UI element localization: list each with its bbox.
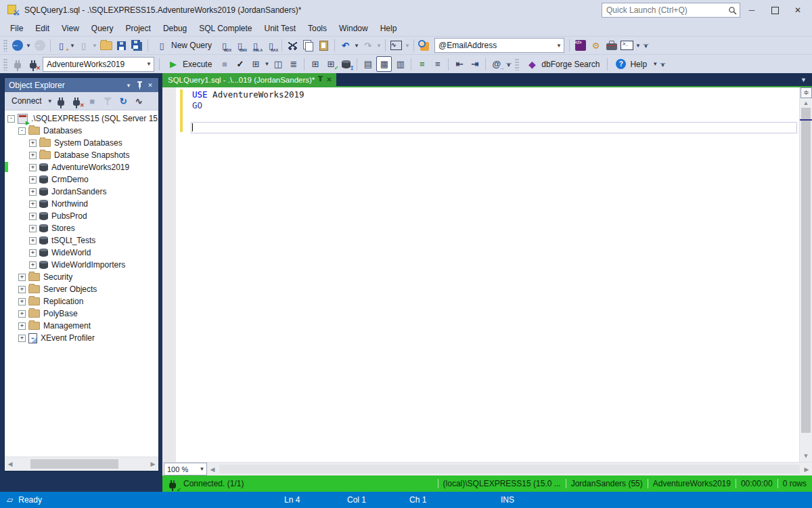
- dbforge-search-button[interactable]: ◆dbForge Search: [522, 57, 604, 71]
- menu-window[interactable]: Window: [333, 22, 374, 35]
- tree-item-replication[interactable]: +Replication: [5, 295, 158, 308]
- scrollbar-thumb[interactable]: [30, 459, 118, 469]
- new-file-icon[interactable]: ▯+: [54, 39, 68, 53]
- tree-item-stores[interactable]: +Stores: [5, 222, 158, 234]
- tree-item-northwind[interactable]: +Northwind: [5, 198, 158, 210]
- live-statistics-icon[interactable]: ⊞✓: [323, 57, 338, 71]
- command-window-dropdown[interactable]: ▼: [635, 39, 641, 53]
- new-query-button[interactable]: ▯New Query: [152, 39, 216, 53]
- scroll-up-icon[interactable]: ▲: [800, 100, 812, 106]
- expand-icon[interactable]: +: [18, 310, 26, 318]
- navigate-backward-dropdown[interactable]: ▼: [25, 39, 32, 53]
- zoom-dropdown-icon[interactable]: ▼: [198, 466, 206, 472]
- redo-icon[interactable]: ↷: [361, 39, 375, 53]
- save-all-icon[interactable]: [130, 39, 144, 53]
- connect-button[interactable]: Connect: [7, 94, 46, 108]
- expand-icon[interactable]: +: [18, 322, 26, 330]
- toolbar2-overflow-icon[interactable]: —▼: [504, 57, 513, 71]
- navigate-forward-icon[interactable]: →: [32, 39, 47, 53]
- menu-sql-complete[interactable]: SQL Complete: [193, 22, 258, 35]
- expand-icon[interactable]: +: [29, 249, 37, 257]
- tree-item-wideworldimporters[interactable]: +WideWorldImporters: [5, 259, 158, 271]
- change-connection-icon[interactable]: ✕: [26, 57, 40, 71]
- search-icon[interactable]: [418, 39, 432, 53]
- scroll-right-icon[interactable]: ▶: [148, 461, 158, 467]
- intellisense-enabled-icon[interactable]: ◫: [271, 57, 285, 71]
- expand-icon[interactable]: +: [18, 298, 26, 305]
- activity-monitor-icon[interactable]: ∿: [389, 39, 403, 53]
- query-options-icon[interactable]: ⊞: [248, 57, 263, 71]
- window-position-icon[interactable]: ▾: [123, 80, 134, 91]
- paste-icon[interactable]: [317, 39, 331, 53]
- activity-dropdown[interactable]: ▼: [404, 39, 411, 53]
- tree-item-adventureworks2019[interactable]: +AdventureWorks2019: [5, 161, 158, 173]
- new-mdx-query-icon[interactable]: ▯MDX: [217, 39, 231, 53]
- expand-icon[interactable]: +: [29, 261, 37, 269]
- results-to-file-icon[interactable]: ▥: [393, 57, 407, 71]
- undo-dropdown[interactable]: ▼: [353, 39, 360, 53]
- scroll-down-icon[interactable]: ▼: [800, 452, 812, 459]
- vscrollbar-thumb[interactable]: [801, 108, 811, 433]
- quick-launch-box[interactable]: [602, 3, 740, 18]
- tab-close-icon[interactable]: ✕: [326, 76, 332, 83]
- tree-item-system-databases[interactable]: +System Databases: [5, 137, 158, 149]
- new-xmla-query-icon[interactable]: ▯XMLA: [248, 39, 263, 53]
- connect-icon[interactable]: [10, 57, 24, 71]
- menu-debug[interactable]: Debug: [157, 22, 193, 35]
- toolbar-grip[interactable]: [3, 58, 7, 70]
- tree-item-server-objects[interactable]: +Server Objects: [5, 283, 158, 295]
- expand-icon[interactable]: +: [29, 200, 37, 208]
- database-combo[interactable]: AdventureWorks2019▼: [43, 57, 154, 72]
- menu-view[interactable]: View: [55, 22, 85, 35]
- expand-icon[interactable]: +: [29, 225, 37, 232]
- redo-dropdown[interactable]: ▼: [376, 39, 382, 53]
- hscroll-left-icon[interactable]: ◀: [207, 466, 218, 473]
- undo-icon[interactable]: ↶: [338, 39, 353, 53]
- collapse-icon[interactable]: -: [7, 115, 15, 123]
- expand-icon[interactable]: +: [29, 140, 37, 147]
- command-window-icon[interactable]: >_: [620, 39, 634, 53]
- increase-indent-icon[interactable]: ⇥: [468, 57, 482, 71]
- parameter-combo-dropdown-icon[interactable]: ▼: [554, 43, 564, 49]
- tree-item-databases[interactable]: -Databases: [5, 125, 158, 137]
- execute-button[interactable]: ▶Execute: [163, 57, 216, 71]
- expand-icon[interactable]: +: [29, 188, 37, 196]
- connect-dropdown[interactable]: ▼: [47, 94, 53, 108]
- collapse-icon[interactable]: -: [18, 127, 26, 135]
- toolbar-grip[interactable]: [3, 39, 7, 51]
- tree-item-database-snapshots[interactable]: +Database Snapshots: [5, 149, 158, 161]
- document-tab[interactable]: SQLQuery1.sql - .\...019 (JordanSanders)…: [162, 73, 336, 86]
- wrench-icon[interactable]: ⚙: [589, 39, 603, 53]
- oe-refresh-icon[interactable]: ↻: [116, 94, 131, 108]
- editor-vscrollbar[interactable]: ▲ ▼: [799, 87, 812, 462]
- decrease-indent-icon[interactable]: ⇤: [452, 57, 466, 71]
- zoom-combo[interactable]: 100 % ▼: [164, 463, 207, 475]
- uncomment-selection-icon[interactable]: ≡: [430, 57, 445, 71]
- save-icon[interactable]: [114, 39, 129, 53]
- menu-unit-test[interactable]: Unit Test: [258, 22, 302, 35]
- expand-icon[interactable]: +: [29, 152, 37, 159]
- code-editor[interactable]: USE AdventureWorks2019GO ▲ ▼ ≑: [162, 87, 812, 462]
- expand-icon[interactable]: +: [18, 286, 26, 293]
- tree-item-sqlexpress15-sql-server-15-0-2000[interactable]: -.\SQLEXPRESS15 (SQL Server 15.0.2000 -: [5, 112, 158, 125]
- copy-icon[interactable]: [301, 39, 315, 53]
- cancel-query-icon[interactable]: ■: [217, 57, 231, 71]
- oe-filter-icon[interactable]: [101, 94, 115, 108]
- results-to-text-icon[interactable]: ▤: [361, 57, 375, 71]
- maximize-button[interactable]: [763, 2, 786, 18]
- object-explorer-hscrollbar[interactable]: ◀ ▶: [5, 457, 158, 471]
- tree-item-tsqlt-tests[interactable]: +tSQLt_Tests: [5, 234, 158, 247]
- tree-item-xevent-profiler[interactable]: +⌁XEvent Profiler: [5, 332, 158, 344]
- specify-template-parameters-icon[interactable]: @→: [489, 57, 503, 71]
- tab-list-chevron-icon[interactable]: ▼: [800, 77, 807, 83]
- close-panel-icon[interactable]: ✕: [145, 80, 156, 91]
- minimize-button[interactable]: ─: [740, 2, 763, 18]
- add-item-dropdown[interactable]: ▼: [91, 39, 98, 53]
- menu-tools[interactable]: Tools: [302, 22, 333, 35]
- add-item-icon[interactable]: ▯: [76, 39, 91, 53]
- cut-icon[interactable]: [286, 39, 300, 53]
- toolbox-icon[interactable]: [604, 39, 618, 53]
- database-combo-dropdown-icon[interactable]: ▼: [144, 61, 154, 67]
- tree-item-wideworld[interactable]: +WideWorld: [5, 247, 158, 259]
- estimated-plan-icon[interactable]: ⊞: [308, 57, 322, 71]
